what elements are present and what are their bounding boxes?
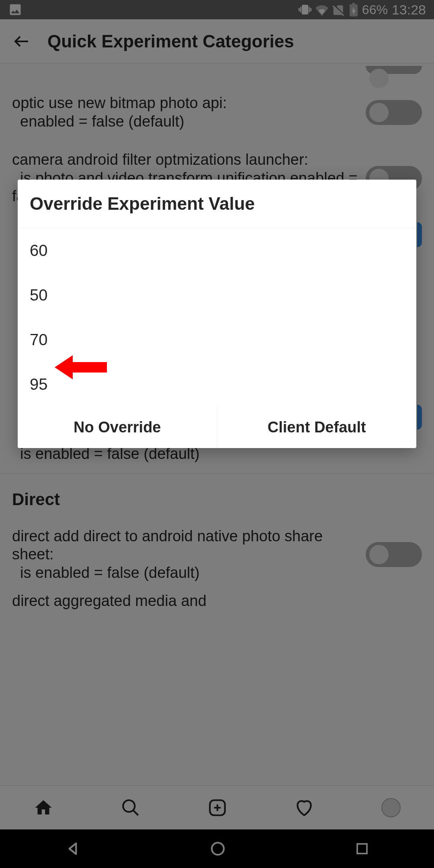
annotation-arrow-icon xyxy=(55,353,107,381)
client-default-button[interactable]: Client Default xyxy=(217,407,417,448)
dialog-option-60[interactable]: 60 xyxy=(18,228,416,273)
dialog-title: Override Experiment Value xyxy=(18,180,416,228)
no-override-button[interactable]: No Override xyxy=(18,407,217,448)
dialog-actions: No Override Client Default xyxy=(18,407,416,448)
dialog-option-50[interactable]: 50 xyxy=(18,273,416,317)
override-dialog: Override Experiment Value 60 50 70 95 No… xyxy=(18,180,416,448)
